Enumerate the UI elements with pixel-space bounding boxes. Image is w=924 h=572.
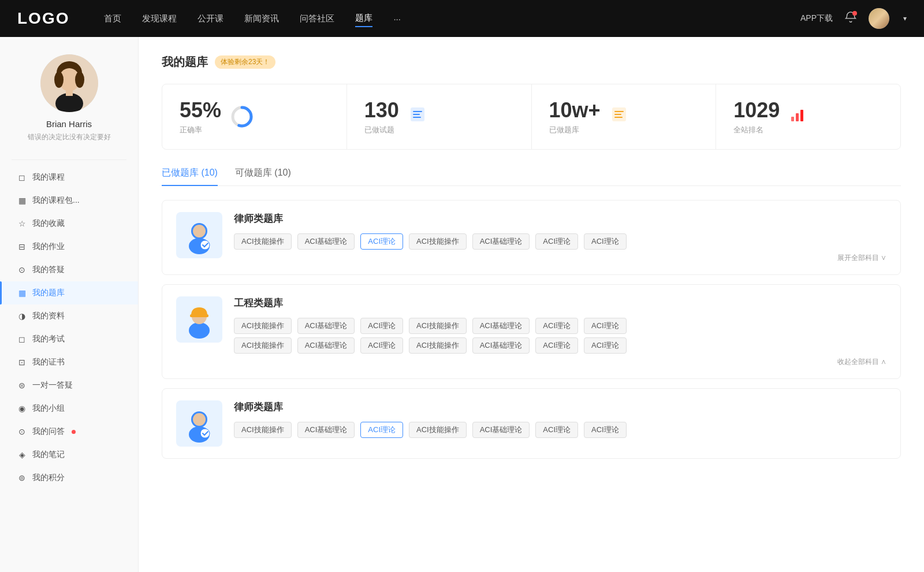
tag-0-0-2[interactable]: ACI理论 <box>360 233 403 250</box>
svg-rect-12 <box>413 117 421 118</box>
sidebar: Brian Harris 错误的决定比没有决定要好 ◻ 我的课程 ▦ 我的课程包… <box>0 37 139 572</box>
nav-item-4[interactable]: 问答社区 <box>300 11 334 27</box>
tag-2-0-1[interactable]: ACI基础理论 <box>297 422 355 438</box>
bank-content-1: 工程类题库 ACI技能操作ACI基础理论ACI理论ACI技能操作ACI基础理论A… <box>234 296 886 367</box>
sidebar-divider <box>12 159 126 160</box>
sidebar-item-我的小组[interactable]: ◉ 我的小组 <box>0 397 138 420</box>
tag-1-0-5[interactable]: ACI理论 <box>535 318 578 334</box>
nav-item-5[interactable]: 题库 <box>355 10 372 27</box>
nav-item-6[interactable]: ··· <box>393 12 401 26</box>
bank-card-0: 律师类题库 ACI技能操作ACI基础理论ACI理论ACI技能操作ACI基础理论A… <box>162 200 901 275</box>
tag-1-1-3[interactable]: ACI技能操作 <box>409 337 467 354</box>
menu-label-5: 我的题库 <box>32 288 65 298</box>
tag-0-0-3[interactable]: ACI技能操作 <box>409 233 467 250</box>
nav-item-2[interactable]: 公开课 <box>198 11 223 27</box>
app-download-button[interactable]: APP下载 <box>800 13 833 24</box>
tag-1-0-2[interactable]: ACI理论 <box>360 318 403 334</box>
bank-icon-2 <box>176 400 222 447</box>
bank-title-2: 律师类题库 <box>234 400 886 414</box>
tag-1-0-6[interactable]: ACI理论 <box>584 318 627 334</box>
tag-0-0-0[interactable]: ACI技能操作 <box>234 233 292 250</box>
bar-stat-icon <box>789 105 807 124</box>
sidebar-item-我的课程包...[interactable]: ▦ 我的课程包... <box>0 189 138 212</box>
sidebar-item-我的问答[interactable]: ⊙ 我的问答 <box>0 420 138 443</box>
main-layout: Brian Harris 错误的决定比没有决定要好 ◻ 我的课程 ▦ 我的课程包… <box>0 37 924 572</box>
expand-btn-1[interactable]: 收起全部科目 ∧ <box>234 357 886 367</box>
tag-1-1-2[interactable]: ACI理论 <box>360 337 403 354</box>
sidebar-item-我的证书[interactable]: ⊡ 我的证书 <box>0 351 138 374</box>
sidebar-item-我的收藏[interactable]: ☆ 我的收藏 <box>0 212 138 235</box>
menu-label-2: 我的收藏 <box>32 218 65 229</box>
menu-icon-4: ⊙ <box>17 265 27 274</box>
tag-1-0-4[interactable]: ACI基础理论 <box>472 318 530 334</box>
sidebar-item-一对一答疑[interactable]: ⊜ 一对一答疑 <box>0 374 138 397</box>
list-stat-icon <box>610 105 628 124</box>
tag-1-1-5[interactable]: ACI理论 <box>535 337 578 354</box>
expand-btn-0[interactable]: 展开全部科目 ∨ <box>234 253 886 263</box>
menu-label-8: 我的证书 <box>32 357 65 367</box>
tag-0-0-5[interactable]: ACI理论 <box>535 233 578 250</box>
menu-label-1: 我的课程包... <box>32 195 80 206</box>
svg-rect-10 <box>413 111 422 112</box>
tag-1-1-0[interactable]: ACI技能操作 <box>234 337 292 354</box>
nav-item-1[interactable]: 发现课程 <box>142 11 177 27</box>
tag-1-1-1[interactable]: ACI基础理论 <box>297 337 355 354</box>
tab-item-1[interactable]: 可做题库 (10) <box>235 167 291 186</box>
sidebar-item-我的答疑[interactable]: ⊙ 我的答疑 <box>0 258 138 281</box>
tag-2-0-0[interactable]: ACI技能操作 <box>234 422 292 438</box>
sidebar-item-我的题库[interactable]: ▦ 我的题库 <box>0 281 138 304</box>
sidebar-item-我的作业[interactable]: ⊟ 我的作业 <box>0 235 138 258</box>
stat-icon-3 <box>789 105 812 128</box>
avatar-svg <box>40 54 98 112</box>
tag-1-0-0[interactable]: ACI技能操作 <box>234 318 292 334</box>
sidebar-item-我的课程[interactable]: ◻ 我的课程 <box>0 166 138 189</box>
menu-label-9: 一对一答疑 <box>32 380 73 391</box>
menu-icon-5: ▦ <box>17 288 27 298</box>
tag-1-1-6[interactable]: ACI理论 <box>584 337 627 354</box>
tag-2-0-4[interactable]: ACI基础理论 <box>472 422 530 438</box>
tag-2-0-5[interactable]: ACI理论 <box>535 422 578 438</box>
menu-icon-3: ⊟ <box>17 242 27 251</box>
stat-value-0: 55% <box>180 98 221 122</box>
stat-icon-1 <box>408 105 431 128</box>
menu-icon-2: ☆ <box>17 219 27 228</box>
stat-item-3: 1029 全站排名 <box>716 84 900 149</box>
tag-1-0-3[interactable]: ACI技能操作 <box>409 318 467 334</box>
tag-2-0-6[interactable]: ACI理论 <box>584 422 627 438</box>
profile-section: Brian Harris 错误的决定比没有决定要好 <box>0 54 138 154</box>
user-avatar[interactable] <box>869 8 889 29</box>
sidebar-item-我的考试[interactable]: ◻ 我的考试 <box>0 328 138 351</box>
menu-label-4: 我的答疑 <box>32 265 65 275</box>
tag-1-1-4[interactable]: ACI基础理论 <box>472 337 530 354</box>
svg-point-3 <box>54 72 64 88</box>
stat-item-0: 55% 正确率 <box>162 84 347 149</box>
menu-label-10: 我的小组 <box>32 403 65 414</box>
menu-icon-7: ◻ <box>17 335 27 344</box>
tag-2-0-2[interactable]: ACI理论 <box>360 422 403 438</box>
user-dropdown-chevron[interactable]: ▾ <box>903 14 907 23</box>
tag-2-0-3[interactable]: ACI技能操作 <box>409 422 467 438</box>
navbar-menu: 首页发现课程公开课新闻资讯问答社区题库··· <box>104 10 800 27</box>
tag-0-0-4[interactable]: ACI基础理论 <box>472 233 530 250</box>
tags-row-1-1: ACI技能操作ACI基础理论ACI理论ACI技能操作ACI基础理论ACI理论AC… <box>234 337 886 354</box>
tags-row-1-0: ACI技能操作ACI基础理论ACI理论ACI技能操作ACI基础理论ACI理论AC… <box>234 318 886 334</box>
notification-button[interactable] <box>844 11 857 26</box>
stat-value-3: 1029 <box>733 98 780 122</box>
nav-item-0[interactable]: 首页 <box>104 11 121 27</box>
nav-item-3[interactable]: 新闻资讯 <box>244 11 279 27</box>
menu-label-7: 我的考试 <box>32 334 65 344</box>
menu-label-0: 我的课程 <box>32 172 65 183</box>
tag-0-0-6[interactable]: ACI理论 <box>584 233 627 250</box>
main-content: 我的题库 体验剩余23天！ 55% 正确率 130 已做试题 10w+ 已做题库… <box>139 37 924 572</box>
tab-item-0[interactable]: 已做题库 (10) <box>162 167 218 186</box>
tag-0-0-1[interactable]: ACI基础理论 <box>297 233 355 250</box>
bank-card-1: 工程类题库 ACI技能操作ACI基础理论ACI理论ACI技能操作ACI基础理论A… <box>162 284 901 379</box>
menu-label-13: 我的积分 <box>32 473 65 483</box>
svg-rect-6 <box>66 89 73 96</box>
sidebar-item-我的笔记[interactable]: ◈ 我的笔记 <box>0 443 138 466</box>
sidebar-item-我的积分[interactable]: ⊚ 我的积分 <box>0 466 138 489</box>
stat-item-1: 130 已做试题 <box>347 84 532 149</box>
sidebar-item-我的资料[interactable]: ◑ 我的资料 <box>0 304 138 328</box>
tag-1-0-1[interactable]: ACI基础理论 <box>297 318 355 334</box>
menu-label-6: 我的资料 <box>32 311 65 321</box>
